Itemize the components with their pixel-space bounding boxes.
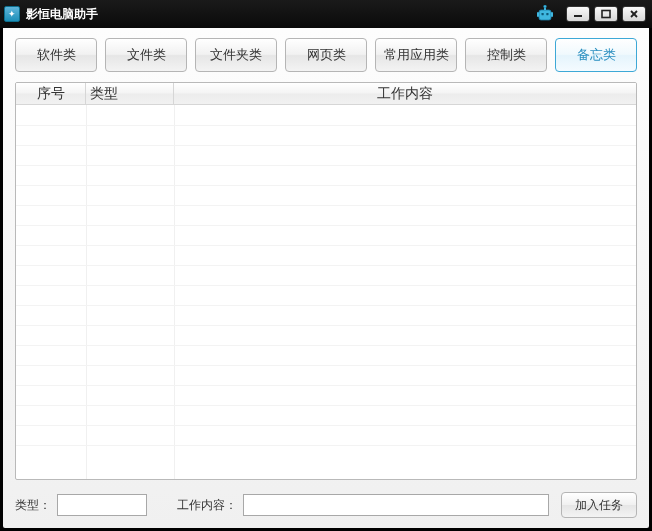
column-divider — [174, 105, 175, 479]
row-divider — [16, 145, 636, 146]
row-divider — [16, 185, 636, 186]
column-divider — [86, 105, 87, 479]
row-divider — [16, 265, 636, 266]
minimize-button[interactable] — [566, 6, 590, 22]
row-divider — [16, 205, 636, 206]
content-area: 软件类 文件类 文件夹类 网页类 常用应用类 控制类 备忘类 序号 类型 工作内… — [3, 28, 649, 528]
form-footer: 类型： 工作内容： 加入任务 — [15, 492, 637, 518]
svg-point-4 — [544, 5, 547, 8]
column-seq[interactable]: 序号 — [16, 83, 86, 104]
tab-common-apps[interactable]: 常用应用类 — [375, 38, 457, 72]
row-divider — [16, 125, 636, 126]
type-label: 类型： — [15, 497, 51, 514]
type-input[interactable] — [57, 494, 147, 516]
row-divider — [16, 445, 636, 446]
svg-rect-7 — [574, 15, 582, 17]
row-divider — [16, 225, 636, 226]
svg-rect-5 — [537, 12, 539, 17]
window-title: 影恒电脑助手 — [26, 6, 534, 23]
app-window: ✦ 影恒电脑助手 软件类 — [0, 0, 652, 531]
svg-rect-1 — [542, 13, 544, 15]
tab-bar: 软件类 文件类 文件夹类 网页类 常用应用类 控制类 备忘类 — [15, 38, 637, 72]
content-input[interactable] — [243, 494, 549, 516]
tab-folder[interactable]: 文件夹类 — [195, 38, 277, 72]
svg-rect-8 — [602, 11, 610, 18]
row-divider — [16, 325, 636, 326]
maximize-button[interactable] — [594, 6, 618, 22]
tab-software[interactable]: 软件类 — [15, 38, 97, 72]
content-label: 工作内容： — [177, 497, 237, 514]
tab-file[interactable]: 文件类 — [105, 38, 187, 72]
task-table: 序号 类型 工作内容 — [15, 82, 637, 480]
title-bar[interactable]: ✦ 影恒电脑助手 — [0, 0, 652, 28]
add-task-button[interactable]: 加入任务 — [561, 492, 637, 518]
robot-icon — [534, 5, 556, 23]
row-divider — [16, 425, 636, 426]
tab-control[interactable]: 控制类 — [465, 38, 547, 72]
row-divider — [16, 385, 636, 386]
row-divider — [16, 305, 636, 306]
app-icon: ✦ — [4, 6, 20, 22]
row-divider — [16, 345, 636, 346]
row-divider — [16, 165, 636, 166]
svg-rect-0 — [539, 10, 551, 20]
row-divider — [16, 365, 636, 366]
tab-memo[interactable]: 备忘类 — [555, 38, 637, 72]
column-content[interactable]: 工作内容 — [174, 83, 636, 104]
svg-rect-2 — [546, 13, 548, 15]
tab-webpage[interactable]: 网页类 — [285, 38, 367, 72]
row-divider — [16, 245, 636, 246]
column-type[interactable]: 类型 — [86, 83, 174, 104]
row-divider — [16, 285, 636, 286]
table-header: 序号 类型 工作内容 — [16, 83, 636, 105]
row-divider — [16, 405, 636, 406]
table-body[interactable] — [16, 105, 636, 479]
close-button[interactable] — [622, 6, 646, 22]
svg-rect-6 — [551, 12, 553, 17]
